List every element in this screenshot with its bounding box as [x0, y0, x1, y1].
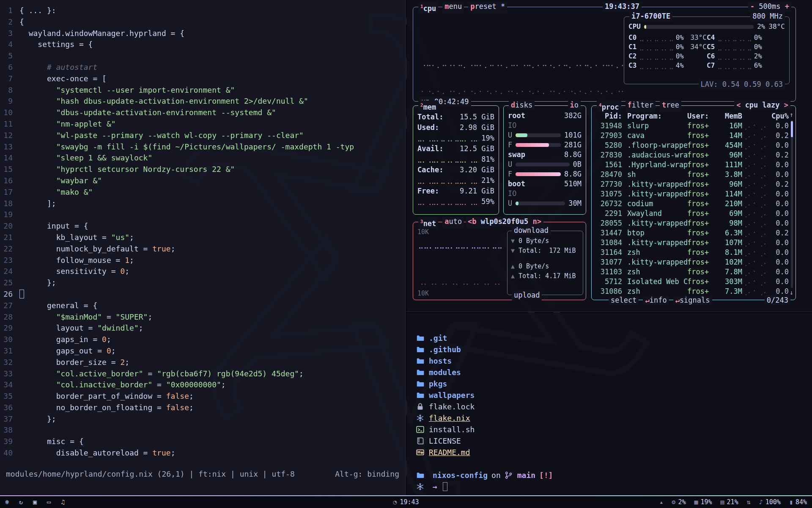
- editor-line[interactable]: 31 gaps_out = 0;: [0, 345, 405, 357]
- editor-line[interactable]: 15 "hyprctl setcursor Nordzy-cursors 22 …: [0, 164, 405, 175]
- editor-line[interactable]: 26: [0, 289, 405, 300]
- editor-line[interactable]: 4 settings = {: [0, 39, 405, 50]
- editor-line[interactable]: 12 "wl-paste --primary --watch wl-copy -…: [0, 130, 405, 141]
- shell-input-line[interactable]: →: [416, 481, 812, 492]
- editor-line[interactable]: 28 "$mainMod" = "SUPER";: [0, 312, 405, 323]
- editor-line[interactable]: 20 input = {: [0, 221, 405, 232]
- editor-line[interactable]: 36 no_border_on_floating = false;: [0, 402, 405, 414]
- editor-line[interactable]: 34 "col.inactive_border" = "0x00000000";: [0, 379, 405, 391]
- waybar-module-disk[interactable]: ▤21%: [721, 498, 738, 506]
- editor-line[interactable]: 32 border_size = 2;: [0, 357, 405, 368]
- editor-line[interactable]: 29 layout = "dwindle";: [0, 323, 405, 334]
- proc-info-hint[interactable]: ↵info: [643, 295, 669, 305]
- btop-pane[interactable]: 1cpu menu preset * 19:43:37 - 500ms + ⠐⠒…: [407, 0, 812, 312]
- process-row[interactable]: 26732codiumfros+210M⢀⠄⠂⢀⠄⠂0.0: [596, 199, 789, 209]
- editor-line[interactable]: 10 "dbus-update-activation-environment -…: [0, 107, 405, 119]
- process-row[interactable]: 31948slurpfros+16M⢀⠄⠂⢀⠄⠂0.0: [596, 121, 789, 131]
- editor-line[interactable]: 13 "swaybg -m fill -i $(find ~/Pictures/…: [0, 141, 405, 153]
- waybar-clock[interactable]: ◔ 19:43: [393, 498, 419, 506]
- scroll-up-indicator[interactable]: ↑: [790, 111, 793, 119]
- editor-line[interactable]: 11 "nm-applet &": [0, 119, 405, 130]
- btop-disks-box[interactable]: disks io root382GIOU101GF281Gswap8.8GU0B…: [503, 105, 586, 215]
- column-cpu[interactable]: Cpu%: [767, 111, 789, 121]
- cpu-preset-button[interactable]: preset *: [468, 2, 507, 14]
- waybar-module-cpu[interactable]: ⚙2%: [672, 498, 686, 506]
- btop-mem-box[interactable]: 2mem Total:15.5 GiBUsed:2.98 GiB⣀⡀⢀⣀⡀⣀⢀⡀…: [413, 105, 499, 215]
- clipboard-icon[interactable]: ▣: [33, 498, 37, 506]
- column-pid[interactable]: Pid:: [596, 111, 622, 121]
- net-auto-toggle[interactable]: auto: [442, 217, 464, 229]
- editor-line[interactable]: 40 disable_autoreload = true;: [0, 447, 405, 459]
- btop-net-box[interactable]: 3net auto zero <b wlp0s20f0u5 n> 10K 10K…: [413, 222, 586, 300]
- editor-line[interactable]: 37 };: [0, 414, 405, 425]
- process-row[interactable]: 5280.floorp-wrappefros+454M⢀⠄⠂⢀⠄⠂0.0: [596, 141, 789, 150]
- editor-line[interactable]: 5: [0, 50, 405, 62]
- btop-cpu-box[interactable]: 1cpu menu preset * 19:43:37 - 500ms + ⠐⠒…: [413, 7, 796, 102]
- editor-line[interactable]: 39 misc = {: [0, 436, 405, 447]
- disks-io-toggle[interactable]: io: [568, 100, 581, 110]
- editor-line[interactable]: 1{ ... }:: [0, 5, 405, 17]
- proc-filter-button[interactable]: filter: [625, 100, 656, 112]
- display-icon[interactable]: ▭: [47, 498, 51, 506]
- editor-pane[interactable]: 1{ ... }:2{3 wayland.windowManager.hyprl…: [0, 0, 406, 495]
- process-row[interactable]: 5712Isolated Web Cfros+303M⢀⠄⠂⢀⠄⠂0.0: [596, 277, 789, 287]
- proc-scrollbar-track[interactable]: [791, 120, 793, 288]
- process-row[interactable]: 31103zshfros+7.8M⢀⠄⠂⢀⠄⠂0.0: [596, 267, 789, 277]
- media-icon[interactable]: ♫: [61, 498, 65, 506]
- process-row[interactable]: 31086zshfros+7.3M⢀⠄⠂⢀⠄⠂0.0: [596, 287, 789, 296]
- proc-signals-hint[interactable]: ↵signals: [673, 295, 712, 305]
- editor-line[interactable]: 24 sensitivity = 0;: [0, 266, 405, 277]
- update-interval-control[interactable]: - 500ms +: [748, 2, 791, 11]
- editor-line[interactable]: 9 "hash dbus-update-activation-environme…: [0, 96, 405, 107]
- tray-expander-icon[interactable]: ▴: [659, 498, 663, 506]
- process-row[interactable]: 31084.kitty-wrappedfros+107M⢀⠄⠂⢀⠄⠂0.0: [596, 238, 789, 248]
- process-row[interactable]: 31447btopfros+6.3M⢀⠄⠂⢀⠄⠂0.2: [596, 228, 789, 238]
- editor-line[interactable]: 33 "col.active_border" = "rgb(cba6f7) rg…: [0, 368, 405, 380]
- editor-line[interactable]: 7 exec-once = [: [0, 73, 405, 85]
- editor-line[interactable]: 6 # autostart: [0, 62, 405, 73]
- process-row[interactable]: 27903cavafros+14M⢀⠄⠂⢀⠄⠂0.2: [596, 131, 789, 141]
- process-row[interactable]: 1561.Hyprland-wrapfros+111M⢀⠄⠂⢀⠄⠂0.0: [596, 160, 789, 170]
- waybar-module-battery[interactable]: ▮84%: [789, 498, 807, 506]
- editor-line[interactable]: 8 "systemctl --user import-environment &…: [0, 85, 405, 96]
- waybar-module-memory[interactable]: ▦19%: [694, 498, 712, 506]
- process-row[interactable]: 28055.kitty-wrappedfros+98M⢀⠄⠂⢀⠄⠂0.0: [596, 218, 789, 228]
- process-row[interactable]: 2291Xwaylandfros+69M⢀⠄⠂⢀⠄⠂0.0: [596, 209, 789, 218]
- process-row[interactable]: 28470shfros+3.8M⢀⠄⠂⢀⠄⠂0.0: [596, 170, 789, 179]
- cpu-menu-button[interactable]: menu: [442, 2, 464, 14]
- editor-line[interactable]: 17 "mako &": [0, 187, 405, 198]
- proc-tree-button[interactable]: tree: [660, 100, 681, 112]
- reload-icon[interactable]: ↻: [19, 498, 23, 506]
- terminal-pane[interactable]: .git.githubhostsmodulespkgswallpapersfla…: [407, 313, 812, 495]
- editor-line[interactable]: 14 "sleep 1 && swaylock": [0, 152, 405, 164]
- proc-scrollbar-thumb[interactable]: [791, 121, 793, 137]
- waybar-module-network[interactable]: ⇅: [747, 498, 751, 506]
- editor-line[interactable]: 16 "waybar &": [0, 175, 405, 187]
- editor-line[interactable]: 35 border_part_of_window = false;: [0, 391, 405, 402]
- process-row[interactable]: 27830.audacious-wrafros+96M⢀⠄⠂⢀⠄⠂0.2: [596, 150, 789, 160]
- net-interface-selector[interactable]: <b wlp0s20f0u5 n>: [466, 217, 543, 226]
- editor-line[interactable]: 2{: [0, 17, 405, 28]
- editor-line[interactable]: 30 gaps_in = 0;: [0, 334, 405, 345]
- editor-line[interactable]: 18 ];: [0, 198, 405, 210]
- editor-line[interactable]: 22 numlock_by_default = true;: [0, 243, 405, 255]
- process-row[interactable]: 31164zshfros+8.1M⢀⠄⠂⢀⠄⠂0.0: [596, 248, 789, 257]
- process-row[interactable]: 31077.kitty-wrappedfros+102M⢀⠄⠂⢀⠄⠂0.0: [596, 257, 789, 267]
- editor-line[interactable]: 19: [0, 209, 405, 221]
- proc-sort-selector[interactable]: < cpu lazy >: [734, 100, 790, 110]
- waybar-module-volume[interactable]: ♪100%: [759, 498, 781, 506]
- editor-line[interactable]: 3 wayland.windowManager.hyprland = {: [0, 28, 405, 39]
- editor-line[interactable]: 27 general = {: [0, 300, 405, 312]
- proc-select-hint[interactable]: select: [609, 295, 639, 305]
- editor-line[interactable]: 25 };: [0, 277, 405, 289]
- process-row[interactable]: 31075.kitty-wrappedfros+114M⢀⠄⠂⢀⠄⠂0.0: [596, 189, 789, 199]
- editor-line[interactable]: 38: [0, 425, 405, 436]
- column-program[interactable]: Program:: [622, 111, 687, 121]
- column-memb[interactable]: MemB: [715, 111, 742, 121]
- process-row[interactable]: 27730.kitty-wrappedfros+96M⢀⠄⠂⢀⠄⠂0.2: [596, 179, 789, 189]
- btop-proc-box[interactable]: 4proc filter tree < cpu lazy > Pid: Prog…: [591, 105, 796, 300]
- nixos-menu-icon[interactable]: ❄: [5, 498, 9, 506]
- editor-line[interactable]: 21 kb_layout = "us";: [0, 232, 405, 243]
- editor-line[interactable]: 23 follow_mouse = 1;: [0, 255, 405, 266]
- column-user[interactable]: User:: [687, 111, 715, 121]
